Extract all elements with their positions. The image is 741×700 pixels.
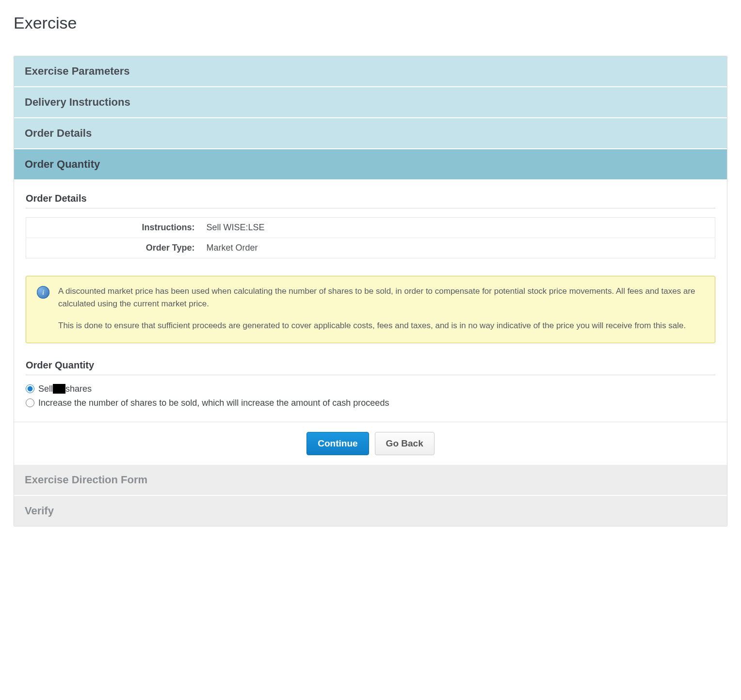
continue-button[interactable]: Continue: [306, 432, 369, 455]
order-details-table: Instructions: Sell WISE:LSE Order Type: …: [26, 217, 715, 258]
sell-prefix: Sell: [38, 384, 53, 394]
section-title-order-quantity: Order Quantity: [26, 360, 715, 375]
page-title: Exercise: [14, 14, 727, 32]
button-bar: Continue Go Back: [14, 422, 727, 465]
info-text: A discounted market price has been used …: [58, 285, 704, 332]
radio-label-increase-shares: Increase the number of shares to be sold…: [38, 398, 389, 408]
acc-header-verify[interactable]: Verify: [14, 496, 727, 526]
radio-option-sell-shares[interactable]: Sellshares: [26, 384, 715, 394]
radio-sell-shares[interactable]: [26, 384, 34, 393]
acc-header-exercise-direction-form[interactable]: Exercise Direction Form: [14, 465, 727, 496]
section-title-order-details: Order Details: [26, 193, 715, 208]
info-paragraph-1: A discounted market price has been used …: [58, 285, 704, 310]
order-type-value: Market Order: [201, 238, 715, 258]
acc-header-order-quantity[interactable]: Order Quantity: [14, 149, 727, 180]
info-callout: i A discounted market price has been use…: [26, 276, 715, 343]
sell-suffix: shares: [65, 384, 92, 394]
redacted-share-count: [53, 384, 65, 394]
instructions-value: Sell WISE:LSE: [201, 218, 715, 238]
info-paragraph-2: This is done to ensure that sufficient p…: [58, 319, 704, 332]
instructions-label: Instructions:: [26, 218, 201, 238]
info-icon: i: [37, 286, 49, 299]
table-row: Instructions: Sell WISE:LSE: [26, 218, 715, 238]
acc-body-order-quantity: Order Details Instructions: Sell WISE:LS…: [14, 180, 727, 422]
radio-label-sell-shares: Sellshares: [38, 384, 92, 394]
acc-header-order-details[interactable]: Order Details: [14, 118, 727, 149]
acc-header-exercise-parameters[interactable]: Exercise Parameters: [14, 56, 727, 87]
exercise-wizard-panel: Exercise Parameters Delivery Instruction…: [14, 56, 727, 526]
radio-option-increase-shares[interactable]: Increase the number of shares to be sold…: [26, 398, 715, 408]
order-type-label: Order Type:: [26, 238, 201, 258]
table-row: Order Type: Market Order: [26, 238, 715, 258]
go-back-button[interactable]: Go Back: [375, 432, 435, 455]
order-quantity-radio-group: Sellshares Increase the number of shares…: [26, 384, 715, 408]
acc-header-delivery-instructions[interactable]: Delivery Instructions: [14, 87, 727, 118]
radio-increase-shares[interactable]: [26, 398, 34, 407]
